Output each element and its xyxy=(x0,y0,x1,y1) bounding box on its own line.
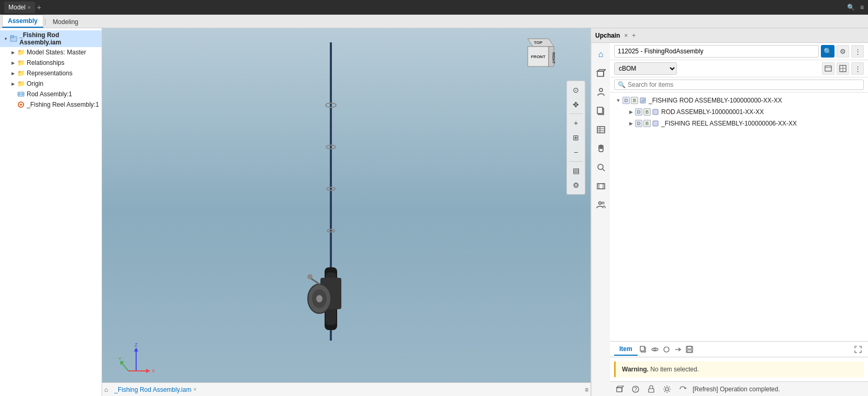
tree-root[interactable]: ▼ _Fishing Rod Assembly.iam xyxy=(0,30,102,47)
svg-rect-35 xyxy=(597,71,604,76)
grid-icon-btn[interactable] xyxy=(837,62,849,75)
add-tab-button[interactable]: + xyxy=(37,3,41,12)
tab-copy-icon[interactable] xyxy=(638,344,649,355)
bom-icon-b: B xyxy=(631,97,638,104)
zoom-out-button[interactable]: − xyxy=(569,145,583,159)
home-side-icon[interactable]: ⌂ xyxy=(594,47,608,62)
bom-item-root[interactable]: ▼ D B 🔗 _FISHING ROD ASSEMBLY-100000000-… xyxy=(610,95,868,106)
svg-rect-74 xyxy=(649,389,654,392)
person-side-icon[interactable] xyxy=(594,85,608,99)
svg-marker-27 xyxy=(134,347,138,352)
search-input-wrap: 🔍 xyxy=(614,80,864,90)
upchain-header: Upchain × + xyxy=(591,28,868,43)
view-select-button[interactable]: ▤ xyxy=(569,164,583,177)
expand-icon[interactable]: ▶ xyxy=(9,80,17,87)
tree-item-label: Rod Assembly:1 xyxy=(27,90,72,98)
status-gear-icon[interactable] xyxy=(661,383,673,395)
bom-rod-label: ROD ASSEMBLY-100000001-XX-XX xyxy=(661,108,764,116)
bom-item-reel[interactable]: ▶ D B _FISHING REEL ASSEMBLY-100000006-X… xyxy=(610,118,868,129)
expand-icon[interactable]: ▶ xyxy=(9,59,17,66)
tab-eye-icon[interactable] xyxy=(649,344,661,355)
zoom-in-button[interactable]: + xyxy=(569,116,583,130)
settings-button[interactable]: ⚙ xyxy=(569,178,583,192)
status-cube-icon[interactable] xyxy=(614,383,626,395)
tab-arrow-icon[interactable] xyxy=(672,344,684,355)
folder-icon: 📁 xyxy=(17,69,25,77)
film-side-icon[interactable] xyxy=(594,179,608,194)
bom-expand-root[interactable]: ▼ xyxy=(614,96,622,105)
tree-item-model-states[interactable]: ▶ 📁 Model States: Master xyxy=(0,47,102,58)
viewport-tab[interactable]: _Fishing Rod Assembly.iam × xyxy=(110,385,201,394)
search-icon[interactable]: 🔍 xyxy=(847,4,855,11)
bom-item-rod[interactable]: ▶ D B ROD ASSEMBLY-100000001-XX-XX xyxy=(610,106,868,118)
tab-modeling[interactable]: Modeling xyxy=(47,16,84,28)
svg-text:Y: Y xyxy=(118,356,121,361)
list-side-icon[interactable] xyxy=(594,122,608,137)
more-icon-btn2[interactable]: ⋮ xyxy=(851,62,864,75)
part-number-input[interactable] xyxy=(614,45,819,58)
zoom-side-icon[interactable] xyxy=(594,160,608,175)
tab-shape-icon[interactable] xyxy=(661,344,672,355)
tree-root-expand[interactable]: ▼ xyxy=(2,35,9,42)
model-tab-close[interactable]: × xyxy=(28,5,31,10)
status-refresh-icon[interactable] xyxy=(677,383,688,395)
copy-side-icon[interactable] xyxy=(594,104,608,118)
menu-icon[interactable]: ≡ xyxy=(860,4,864,11)
model-tab[interactable]: Model × xyxy=(4,2,35,13)
cbom-icons: ⋮ xyxy=(822,62,864,75)
tree-item-representations[interactable]: ▶ 📁 Representations xyxy=(0,68,102,78)
bom-rod-icons: D B xyxy=(635,108,659,116)
users-side-icon[interactable] xyxy=(594,198,608,212)
more-icon-btn[interactable]: ⋮ xyxy=(851,45,864,58)
svg-point-23 xyxy=(316,295,322,302)
tree-item-label: Representations xyxy=(27,70,72,77)
zoom-fit-button[interactable]: ⊞ xyxy=(569,131,583,144)
tab-assembly[interactable]: Assembly xyxy=(2,15,43,28)
tree-item-fishing-reel[interactable]: _Fishing Reel Assembly:1 xyxy=(0,99,102,110)
search-input[interactable] xyxy=(628,81,860,88)
tab-save-icon[interactable] xyxy=(684,344,695,355)
viewport[interactable]: TOP FRONT RIGHT xyxy=(102,28,591,396)
upchain-title: Upchain xyxy=(595,32,620,39)
warning-box: Warning. No item selected. xyxy=(614,361,864,377)
settings-icon-btn[interactable]: ⚙ xyxy=(837,45,849,58)
orbit-button[interactable]: ⊙ xyxy=(569,83,583,97)
expand-icon[interactable]: ▶ xyxy=(9,49,17,56)
search-button[interactable]: 🔍 xyxy=(821,45,834,58)
toolbar-divider2 xyxy=(569,161,583,162)
bom-expand-reel[interactable]: ▶ xyxy=(627,119,635,128)
expand-icon[interactable] xyxy=(9,90,17,98)
svg-rect-52 xyxy=(825,66,831,71)
svg-point-3 xyxy=(18,93,20,95)
browser-tree-panel: ▼ _Fishing Rod Assembly.iam ▶ 📁 Model St… xyxy=(0,28,102,396)
home-icon[interactable]: ⌂ xyxy=(104,386,108,393)
hand-side-icon[interactable] xyxy=(594,141,608,156)
cbom-select[interactable]: cBOM eBOM mBOM xyxy=(614,62,677,75)
tree-item-rod-assembly[interactable]: Rod Assembly:1 xyxy=(0,89,102,99)
view-icon-btn[interactable] xyxy=(822,62,834,75)
tree-item-relationships[interactable]: ▶ 📁 Relationships xyxy=(0,58,102,68)
tab-item-item[interactable]: Item xyxy=(614,343,638,356)
cube-side-icon[interactable] xyxy=(594,66,608,81)
svg-rect-68 xyxy=(687,350,692,352)
folder-icon: 📁 xyxy=(17,48,25,56)
svg-line-32 xyxy=(122,363,128,371)
bom-expand-rod[interactable]: ▶ xyxy=(627,108,635,116)
viewport-menu-icon[interactable]: ≡ xyxy=(585,386,588,393)
expand-icon[interactable] xyxy=(9,101,17,108)
bom-reel-label: _FISHING REEL ASSEMBLY-100000006-XX-XX xyxy=(661,120,797,127)
tab-divider: | xyxy=(43,18,47,25)
tree-item-origin[interactable]: ▶ 📁 Origin xyxy=(0,78,102,89)
pan-button[interactable]: ✥ xyxy=(569,98,583,111)
expand-icon[interactable] xyxy=(852,344,864,355)
upchain-add-icon[interactable]: + xyxy=(632,32,636,39)
status-help-icon[interactable]: ? xyxy=(630,383,641,395)
bom-icon-b3: B xyxy=(643,120,651,127)
expand-icon[interactable]: ▶ xyxy=(9,70,17,77)
svg-text:?: ? xyxy=(634,387,637,392)
top-bar: Model × + 🔍 ≡ xyxy=(0,0,868,15)
status-lock-icon[interactable] xyxy=(646,383,657,395)
viewport-tab-close[interactable]: × xyxy=(193,387,196,392)
upchain-close-icon[interactable]: × xyxy=(624,32,628,39)
svg-point-4 xyxy=(21,93,24,95)
